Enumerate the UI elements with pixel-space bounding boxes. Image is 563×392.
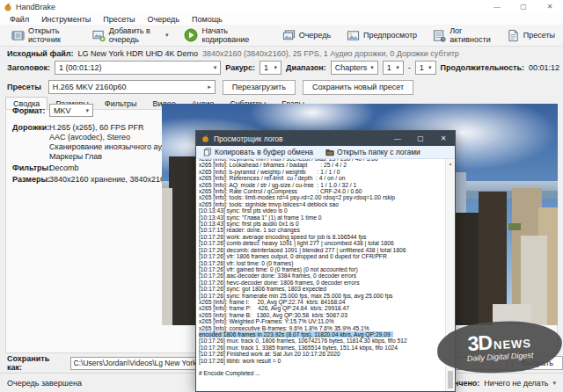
reload-preset-button[interactable]: Перезагрузить [223, 80, 296, 95]
log-line[interactable]: [10:17:26] mux: track 1, 3385 frames, 13… [199, 345, 445, 351]
log-line[interactable]: x265 [info]: References / ref-limit cu /… [199, 175, 445, 181]
log-line[interactable]: [10:17:26] libhb: work result = 0 [199, 358, 445, 364]
log-line[interactable]: x265 [info]: frame I: 20, Avg QP:22.74 k… [199, 299, 445, 305]
open-source-button[interactable]: Открыть источник [4, 24, 84, 47]
building [169, 156, 199, 325]
chevron-down-icon: ▾ [428, 64, 432, 71]
tracks-label: Дорожки: [12, 123, 49, 132]
log-line[interactable]: [10:17:26] vfr: 1806 frames output, 0 dr… [199, 253, 445, 259]
menu-presets[interactable]: Пресеты [97, 15, 141, 24]
title-select[interactable]: 1 (00:01:12) ▾ [55, 61, 221, 75]
track-line: H.265 (x265), 60 FPS PFR [49, 123, 144, 132]
screen: HandBrake — ▢ ✕ Файл Инструменты Пресеты… [0, 0, 563, 392]
add-to-queue-button[interactable]: Добавить в очередь ▾ [84, 24, 177, 47]
log-line[interactable]: [10:17:26] vfr: gained time: 0 (0 frames… [199, 266, 445, 272]
save-as-label: Сохранить как: [7, 354, 65, 372]
log-line[interactable]: x265 [info]: frame B: 1360, Avg QP:30.58… [199, 312, 445, 318]
source-file-label: Исходный файл: [7, 49, 74, 58]
chevron-right-icon: ▸ [208, 83, 211, 91]
log-line[interactable]: [10:17:26] aac-decoder done: 3384 frames… [199, 272, 445, 279]
preview-label: Предпросмотр [363, 31, 417, 40]
maximize-icon[interactable]: ▢ [510, 0, 537, 13]
log-line[interactable]: x265 [info]: frame P: 426, Avg QP:24.64 … [199, 305, 445, 311]
scrollbar-thumb[interactable] [448, 371, 453, 388]
queue-label: Очередь [299, 31, 331, 40]
preview-button[interactable]: Предпросмотр [339, 26, 425, 45]
preset-select[interactable]: H.265 MKV 2160p60 ▸ [48, 80, 216, 94]
log-line[interactable]: [10:17:26] mux: track 0, 1806 frames, 10… [199, 338, 445, 344]
add-to-queue-icon [92, 29, 106, 42]
close-icon[interactable]: ✕ [432, 131, 455, 146]
log-line[interactable]: [10:17:15] reader: done. 1 scr changes [199, 227, 445, 233]
log-line-selected[interactable]: encoded 1806 frames in 223.92s (8.07 fps… [199, 331, 393, 338]
menu-help[interactable]: Помощь [186, 15, 229, 24]
log-viewer-window: Просмотрщик логов — ▢ ✕ Копировать в буф… [195, 130, 456, 392]
menu-queue[interactable]: Очередь [142, 15, 186, 24]
log-line[interactable]: x265 [info]: tools: limit-modes rd=4 psy… [199, 194, 445, 200]
log-line[interactable]: [10:17:26] vfr: lost time: 0 (0 frames) [199, 260, 445, 266]
log-line[interactable]: [10:17:26] decomb: deinterlaced 1091 | b… [199, 247, 445, 253]
log-line[interactable]: [10:17:26] work: average encoding speed … [199, 234, 445, 240]
range-to-select[interactable]: 1 ▾ [415, 61, 436, 75]
chevron-down-icon: ▾ [274, 64, 278, 71]
menu-tools[interactable]: Инструменты [35, 15, 97, 24]
range-label: Диапазон: [286, 63, 326, 72]
open-log-folder-label: Открыть папку с логами [337, 148, 420, 156]
source-file-details: 3840x2160 (3840x2160), 25 FPS, 1 Аудио д… [202, 49, 459, 58]
chevron-down-icon: ▾ [165, 32, 169, 39]
track-line: AAC (avcodec), Stereo [49, 133, 130, 142]
log-line[interactable]: x265 [info]: consecutive B-frames: 9.6% … [199, 325, 445, 331]
log-line[interactable]: [10:13:43] sync: "Глава 1" (1) at frame … [199, 214, 445, 221]
log-line[interactable]: x265 [info]: Rate Control / qCompress : … [199, 188, 445, 194]
queue-button[interactable]: Очередь [274, 26, 339, 45]
log-titlebar[interactable]: Просмотрщик логов — ▢ ✕ [196, 131, 455, 146]
activity-log-icon [433, 29, 446, 42]
presets-row-label: Пресеты [7, 83, 41, 91]
maximize-icon[interactable]: ▢ [409, 131, 432, 146]
log-line[interactable]: [10:17:26] Finished work at: Sat Jun 20 … [199, 351, 445, 357]
format-select[interactable]: MKV ▾ [49, 104, 93, 117]
log-line[interactable]: [10:13:43] sync: first pts audio 0x1 is … [199, 221, 445, 227]
range-from-select[interactable]: 1 ▾ [383, 61, 404, 75]
log-line[interactable]: # Encode Completed ... [199, 370, 445, 376]
preview-icon [347, 29, 360, 42]
minimize-icon[interactable]: — [484, 0, 510, 13]
log-line[interactable]: [10:13:43] sync: first pts video is 0 [199, 207, 445, 214]
log-line[interactable]: [10:17:26] hevc-decoder done: 1806 frame… [199, 279, 445, 286]
log-line[interactable]: [10:17:26] sync: framerate min 25.000 fp… [199, 293, 445, 299]
main-titlebar[interactable]: HandBrake — ▢ ✕ [0, 0, 563, 13]
presets-button[interactable]: Пресеты [499, 26, 563, 45]
minimize-icon[interactable]: — [386, 131, 409, 146]
format-label: Формат: [12, 106, 46, 115]
activity-log-button[interactable]: Лог активности [425, 24, 499, 47]
angle-select[interactable]: 1 ▾ [260, 61, 282, 75]
close-icon[interactable]: ✕ [537, 0, 563, 13]
menu-file[interactable]: Файл [4, 15, 35, 24]
log-line[interactable] [199, 364, 445, 370]
scroll-up-icon[interactable]: ▲ [446, 161, 455, 166]
copy-to-clipboard-button[interactable]: Копировать в буфер обмена [203, 148, 313, 156]
when-done-select[interactable]: Ничего не делать [484, 379, 548, 388]
range-type-select[interactable]: Chapters ▾ [331, 61, 378, 75]
log-line[interactable]: x265 [info]: Weighted P-Frames: Y:15.7% … [199, 318, 445, 324]
presets-row: Пресеты H.265 MKV 2160p60 ▸ Перезагрузит… [7, 79, 559, 95]
log-line[interactable]: x265 [info]: AQ: mode / str / qg-size / … [199, 182, 445, 188]
open-log-folder-button[interactable]: Открыть папку с логами [325, 148, 420, 156]
chevron-down-icon: ▾ [370, 64, 374, 71]
log-text-area[interactable]: x265 [info]: Keyframe min / max / scenec… [196, 159, 445, 391]
log-line[interactable]: x265 [info]: tools: signhide tmvp lslice… [199, 201, 445, 207]
track-line: Маркеры Глав [49, 152, 102, 161]
tab-filters[interactable]: Фильтры [97, 97, 145, 110]
log-line[interactable]: [10:17:26] sync: got 1806 frames, 1803 e… [199, 286, 445, 292]
log-line[interactable]: x265 [info]: Lookahead / bframes / badap… [199, 162, 445, 168]
start-encode-button[interactable]: Начать кодирование [176, 24, 265, 47]
save-new-preset-button[interactable]: Сохранить новый пресет [303, 80, 413, 95]
copy-to-clipboard-label: Копировать в буфер обмена [215, 148, 313, 156]
log-line[interactable]: [10:17:26] comb detect: heavy 1091 | lig… [199, 240, 445, 246]
angle-label: Ракурс: [225, 63, 255, 72]
queue-icon [282, 29, 296, 42]
log-line[interactable]: x265 [info]: b-pyramid / weightp / weigh… [199, 169, 445, 175]
title-label: Заголовок: [7, 63, 50, 72]
chevron-down-icon[interactable]: ▾ [552, 380, 556, 387]
presets-doc-icon [507, 29, 520, 42]
